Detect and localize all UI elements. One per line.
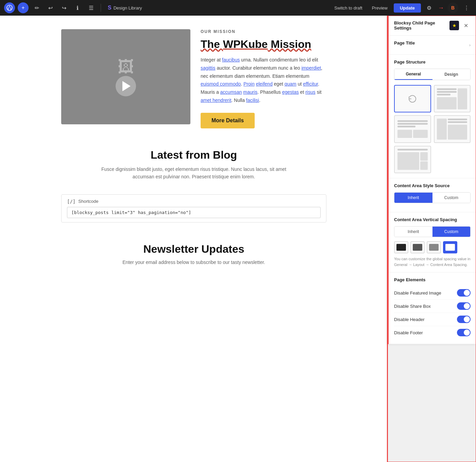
shortcode-block: [/] Shortcode xyxy=(61,194,326,223)
tab-design[interactable]: Design xyxy=(432,69,471,80)
newsletter-title: Newsletter Updates xyxy=(68,243,320,255)
disable-share-label: Disable Share Box xyxy=(394,304,431,309)
design-library-label: Design Library xyxy=(114,5,142,11)
shortcode-bracket-icon: [/] xyxy=(67,199,75,204)
more-details-button[interactable]: More Details xyxy=(201,113,255,128)
spacing-opt-4[interactable] xyxy=(443,241,457,253)
more-options-button[interactable]: ⋮ xyxy=(461,2,472,13)
add-block-button[interactable]: + xyxy=(18,2,29,13)
layout-option-4[interactable] xyxy=(434,115,471,143)
layout-option-5[interactable] xyxy=(394,146,431,173)
editor-area: 🖼 OUR MISSION The WPKube Mission Integer… xyxy=(0,16,388,462)
arrow-icon: → xyxy=(438,4,444,12)
disable-header-row: Disable Header xyxy=(394,313,471,326)
style-custom-button[interactable]: Custom xyxy=(432,193,471,203)
sidebar-panel: Blocksy Child Page Settings ★ ✕ Page Tit… xyxy=(388,16,476,344)
spacing-opt-1[interactable] xyxy=(394,241,408,253)
style-inherit-button[interactable]: Inherit xyxy=(394,193,432,203)
structure-tabs: General Design xyxy=(394,69,471,80)
switch-draft-button[interactable]: Switch to draft xyxy=(331,3,366,13)
spacing-inherit-button[interactable]: Inherit xyxy=(394,227,432,237)
sidebar-panel-wrapper: Blocksy Child Page Settings ★ ✕ Page Tit… xyxy=(388,16,476,462)
design-library-icon: S xyxy=(108,5,112,11)
page-content: 🖼 OUR MISSION The WPKube Mission Integer… xyxy=(54,16,333,292)
layout-option-2[interactable] xyxy=(434,85,471,112)
redo-button[interactable]: ↪ xyxy=(58,2,69,13)
panel-close-button[interactable]: ✕ xyxy=(461,21,471,30)
tab-general[interactable]: General xyxy=(394,69,432,80)
page-structure-section: Page Structure General Design xyxy=(389,55,476,178)
mission-section: 🖼 OUR MISSION The WPKube Mission Integer… xyxy=(61,29,326,128)
content-area-spacing-section: Content Area Vertical Spacing Inherit Cu… xyxy=(389,212,476,272)
topbar-divider xyxy=(101,4,101,12)
style-source-group: Inherit Custom xyxy=(394,192,471,203)
disable-header-label: Disable Header xyxy=(394,317,425,322)
latest-blog-body: Fusce dignissim blandit justo, eget elem… xyxy=(99,165,289,181)
page-structure-label: Page Structure xyxy=(394,59,471,65)
toggle-knob-4 xyxy=(464,330,470,336)
spacing-opt-2[interactable] xyxy=(410,241,425,253)
page-title-section: Page Title › xyxy=(389,36,476,55)
shortcode-label: [/] Shortcode xyxy=(67,199,321,204)
layout-grid xyxy=(394,85,471,173)
mission-text: OUR MISSION The WPKube Mission Integer a… xyxy=(201,29,326,128)
mission-label: OUR MISSION xyxy=(201,29,326,34)
shortcode-input[interactable] xyxy=(67,207,321,218)
video-placeholder: 🖼 xyxy=(61,29,190,124)
toggle-knob-3 xyxy=(464,316,470,322)
helper-text: You can customize the global spacing val… xyxy=(394,256,471,267)
toggle-knob-1 xyxy=(464,290,470,296)
content-area-vertical-label: Content Area Vertical Spacing xyxy=(394,217,471,222)
disable-footer-label: Disable Footer xyxy=(394,330,423,335)
blocksy-icon: B xyxy=(447,2,458,13)
disable-featured-toggle[interactable] xyxy=(457,289,471,297)
disable-share-row: Disable Share Box xyxy=(394,300,471,313)
spacing-opt-3[interactable] xyxy=(427,241,441,253)
panel-header: Blocksy Child Page Settings ★ ✕ xyxy=(389,16,476,36)
latest-blog-title: Latest from Blog xyxy=(61,149,326,161)
mission-title: The WPKube Mission xyxy=(201,38,326,51)
panel-star-button[interactable]: ★ xyxy=(449,21,459,30)
disable-featured-label: Disable Featured Image xyxy=(394,290,441,296)
spacing-custom-button[interactable]: Custom xyxy=(432,227,471,237)
latest-blog: Latest from Blog Fusce dignissim blandit… xyxy=(61,149,326,181)
layout-option-1[interactable] xyxy=(394,85,431,112)
layout-option-3[interactable] xyxy=(394,115,431,143)
settings-button[interactable]: ⚙ xyxy=(424,2,435,13)
panel-title: Blocksy Child Page Settings xyxy=(394,20,449,31)
page-title-label: Page Title xyxy=(394,40,415,46)
disable-footer-toggle[interactable] xyxy=(457,329,471,336)
disable-featured-row: Disable Featured Image xyxy=(394,286,471,300)
newsletter-body: Enter your email address below to subscr… xyxy=(68,260,320,265)
page-title-row[interactable]: Page Title › xyxy=(394,40,471,50)
disable-share-toggle[interactable] xyxy=(457,302,471,310)
spacing-options xyxy=(394,241,471,253)
mission-title-part1: The xyxy=(201,38,223,50)
disable-footer-row: Disable Footer xyxy=(394,326,471,339)
preview-button[interactable]: Preview xyxy=(369,3,391,13)
list-view-button[interactable]: ☰ xyxy=(86,2,97,13)
content-area-style-label: Content Area Style Source xyxy=(394,183,471,188)
topbar: + ✏ ↩ ↪ ℹ ☰ S Design Library Switch to d… xyxy=(0,0,476,16)
page-elements-section: Page Elements Disable Featured Image Dis… xyxy=(389,272,476,344)
refresh-icon xyxy=(407,94,418,104)
design-library-button[interactable]: S Design Library xyxy=(105,3,145,12)
edit-button[interactable]: ✏ xyxy=(31,2,42,13)
page-title-chevron-icon: › xyxy=(469,43,471,48)
content-area-style-section: Content Area Style Source Inherit Custom xyxy=(389,178,476,212)
mission-title-brand: WPKube xyxy=(223,38,268,50)
disable-header-toggle[interactable] xyxy=(457,316,471,323)
undo-button[interactable]: ↩ xyxy=(45,2,56,13)
panel-header-actions: ★ ✕ xyxy=(449,21,471,30)
newsletter-section: Newsletter Updates Enter your email addr… xyxy=(61,229,326,279)
main-layout: 🖼 OUR MISSION The WPKube Mission Integer… xyxy=(0,16,476,462)
mission-title-part2: Mission xyxy=(268,38,311,50)
page-elements-label: Page Elements xyxy=(394,277,471,282)
update-button[interactable]: Update xyxy=(394,3,421,13)
spacing-source-group: Inherit Custom xyxy=(394,226,471,237)
toggle-knob-2 xyxy=(464,303,470,309)
info-button[interactable]: ℹ xyxy=(72,2,83,13)
mission-body: Integer at faucibus urna. Nullam condime… xyxy=(201,56,326,105)
wp-logo xyxy=(4,2,15,13)
